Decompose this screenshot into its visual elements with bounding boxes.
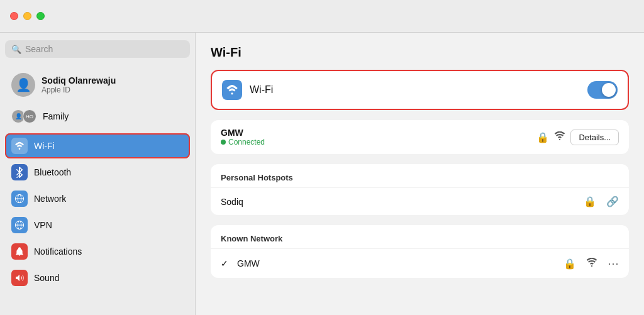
close-button[interactable] xyxy=(10,12,18,20)
sidebar-item-network-label: Network xyxy=(34,194,66,204)
sidebar-item-bluetooth-label: Bluetooth xyxy=(34,167,71,177)
sidebar-item-wifi[interactable]: Wi-Fi xyxy=(5,133,190,158)
network-status: Connected xyxy=(221,138,530,146)
known-more-icon[interactable]: ⋯ xyxy=(608,257,619,270)
current-network-card: GMW Connected 🔒 xyxy=(211,120,629,154)
user-name: Sodiq Olanrewaju xyxy=(42,75,116,86)
search-bar[interactable]: 🔍 xyxy=(5,40,190,58)
wifi-icon xyxy=(11,138,28,154)
page-title: Wi-Fi xyxy=(211,45,629,60)
lock-icon: 🔒 xyxy=(536,131,549,143)
status-dot xyxy=(221,140,226,145)
known-wifi-icon xyxy=(586,258,597,269)
family-avatar-2: HO xyxy=(23,109,36,123)
known-network-name: GMW xyxy=(237,258,557,268)
notifications-icon xyxy=(11,243,28,260)
current-network-row: GMW Connected 🔒 xyxy=(211,120,629,154)
search-input[interactable] xyxy=(25,44,184,54)
minimize-button[interactable] xyxy=(23,12,31,20)
search-icon: 🔍 xyxy=(11,45,21,54)
known-networks-card: Known Network ✓ GMW 🔒 ⋯ xyxy=(211,225,629,278)
user-subtitle: Apple ID xyxy=(42,86,116,94)
personal-hotspots-card: Personal Hotspots Sodiq 🔒 🔗 xyxy=(211,164,629,215)
avatar-icon: 👤 xyxy=(16,77,31,92)
sidebar: 🔍 👤 Sodiq Olanrewaju Apple ID 👤 HO Famil… xyxy=(0,33,195,315)
bluetooth-icon xyxy=(11,164,28,180)
sidebar-item-notifications-label: Notifications xyxy=(34,246,82,257)
svg-point-12 xyxy=(559,139,560,140)
sidebar-item-wifi-label: Wi-Fi xyxy=(34,141,55,151)
sidebar-item-vpn[interactable]: VPN xyxy=(5,213,190,238)
wifi-toggle-row: Wi-Fi xyxy=(222,71,618,109)
titlebar xyxy=(0,0,644,33)
network-actions: 🔒 Details... xyxy=(536,130,619,145)
sidebar-item-sound[interactable]: Sound xyxy=(5,265,190,290)
hotspot-row: Sodiq 🔒 🔗 xyxy=(211,187,629,215)
known-check: ✓ xyxy=(221,258,228,268)
avatar: 👤 xyxy=(11,73,35,97)
known-networks-header: Known Network xyxy=(211,225,629,248)
wifi-main-icon xyxy=(222,80,242,100)
hotspot-name: Sodiq xyxy=(221,197,577,207)
known-lock-icon: 🔒 xyxy=(564,258,576,270)
wifi-toggle-card: Wi-Fi xyxy=(211,70,629,110)
hotspot-lock-icon: 🔒 xyxy=(584,196,596,207)
toggle-track[interactable] xyxy=(587,81,618,99)
wifi-toggle-label: Wi-Fi xyxy=(250,84,580,96)
network-status-text: Connected xyxy=(228,138,265,146)
svg-point-11 xyxy=(231,92,233,94)
network-name: GMW xyxy=(221,128,530,138)
maximize-button[interactable] xyxy=(36,12,45,20)
toggle-thumb xyxy=(602,83,616,97)
family-label: Family xyxy=(43,111,69,121)
wifi-toggle[interactable] xyxy=(587,81,618,99)
hotspot-link-icon: 🔗 xyxy=(606,196,619,207)
family-avatars: 👤 HO xyxy=(11,109,36,123)
sound-icon xyxy=(11,270,28,286)
network-icon xyxy=(11,191,28,207)
svg-marker-10 xyxy=(16,275,19,282)
details-button[interactable]: Details... xyxy=(570,130,619,145)
known-network-row: ✓ GMW 🔒 ⋯ xyxy=(211,248,629,278)
main-content: Wi-Fi Wi-Fi xyxy=(195,33,644,315)
user-profile[interactable]: 👤 Sodiq Olanrewaju Apple ID xyxy=(5,68,190,102)
family-row[interactable]: 👤 HO Family xyxy=(5,104,190,128)
personal-hotspots-header: Personal Hotspots xyxy=(211,164,629,187)
sidebar-item-vpn-label: VPN xyxy=(34,220,52,230)
svg-point-13 xyxy=(591,265,592,267)
svg-point-0 xyxy=(19,148,21,150)
vpn-icon xyxy=(11,217,28,233)
sidebar-item-bluetooth[interactable]: Bluetooth xyxy=(5,160,190,185)
wifi-signal-icon xyxy=(554,131,565,143)
sidebar-item-notifications[interactable]: Notifications xyxy=(5,239,190,264)
sidebar-item-sound-label: Sound xyxy=(34,273,59,283)
network-info: GMW Connected xyxy=(221,128,530,146)
sidebar-item-network[interactable]: Network xyxy=(5,186,190,211)
